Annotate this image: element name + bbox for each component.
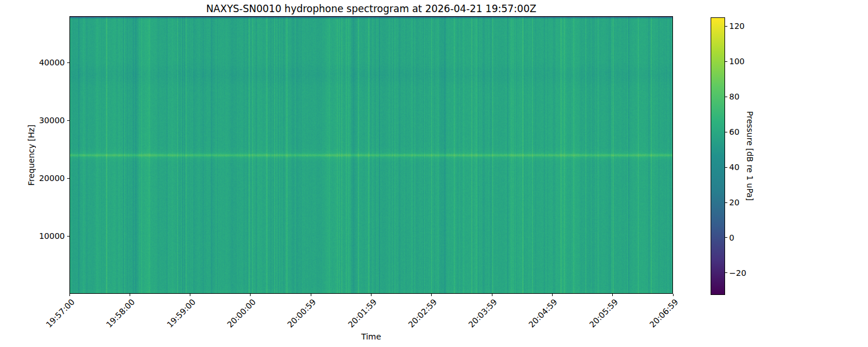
- colorbar-label: Pressure [dB re 1 uPa]: [743, 17, 755, 295]
- colorbar-tick-label: 40: [729, 162, 740, 172]
- colorbar-tick-mark: [725, 237, 727, 238]
- x-tick-mark: [311, 294, 311, 296]
- x-tick-mark: [190, 294, 190, 296]
- x-tick-mark: [492, 294, 492, 296]
- colorbar-tick-label: 20: [729, 197, 740, 208]
- colorbar-tick-label: −20: [729, 268, 746, 278]
- chart-title: NAXYS-SN0010 hydrophone spectrogram at 2…: [69, 3, 673, 14]
- x-tick-label: 19:57:00: [4, 297, 77, 347]
- y-tick-label: 20000: [34, 173, 65, 183]
- y-tick-mark: [67, 62, 69, 63]
- x-tick-mark: [552, 294, 553, 296]
- colorbar: [711, 17, 725, 295]
- x-tick-mark: [612, 294, 613, 296]
- colorbar-tick-mark: [725, 167, 727, 168]
- x-tick-mark: [673, 294, 674, 296]
- y-tick-mark: [67, 236, 69, 237]
- colorbar-tick-mark: [725, 202, 727, 203]
- y-tick-mark: [67, 120, 69, 121]
- colorbar-tick-mark: [725, 272, 727, 273]
- x-tick-mark: [69, 294, 70, 296]
- colorbar-tick-mark: [725, 26, 727, 27]
- y-tick-mark: [67, 178, 69, 179]
- colorbar-tick-mark: [725, 97, 727, 97]
- y-tick-label: 40000: [34, 57, 65, 68]
- spectrogram-figure: NAXYS-SN0010 hydrophone spectrogram at 2…: [0, 0, 868, 347]
- colorbar-tick-label: 0: [729, 232, 734, 243]
- y-tick-label: 10000: [34, 231, 65, 241]
- colorbar-tick-mark: [725, 132, 727, 132]
- colorbar-tick-label: 80: [729, 91, 740, 102]
- x-tick-mark: [371, 294, 372, 296]
- x-tick-mark: [130, 294, 130, 296]
- plot-area: [69, 16, 673, 294]
- x-tick-mark: [250, 294, 251, 296]
- colorbar-tick-label: 60: [729, 127, 740, 137]
- x-tick-mark: [431, 294, 432, 296]
- y-tick-label: 30000: [34, 115, 65, 125]
- colorbar-tick-label: 120: [729, 21, 745, 31]
- spectrogram-canvas: [70, 17, 672, 293]
- colorbar-tick-label: 100: [729, 56, 745, 67]
- colorbar-tick-mark: [725, 61, 727, 62]
